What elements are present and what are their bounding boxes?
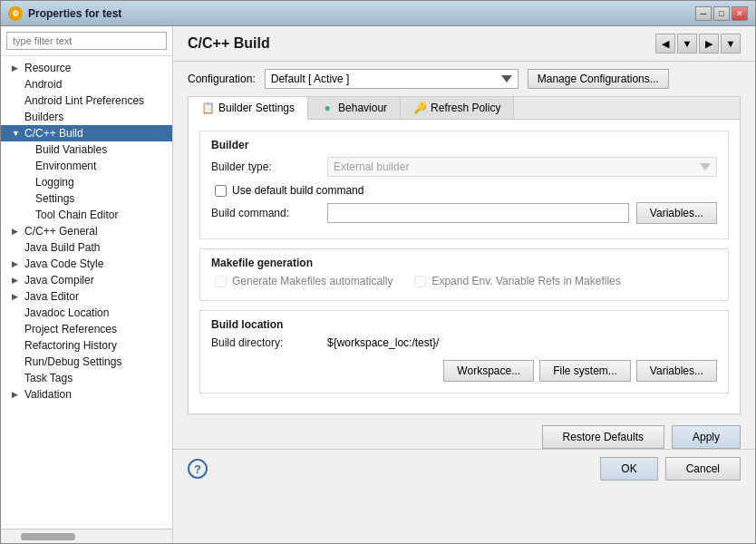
builder-section: Builder Builder type: External builder U… — [199, 131, 729, 239]
tree-area: ▶ResourceAndroidAndroid Lint Preferences… — [1, 56, 172, 529]
sidebar-item-label: Android — [24, 78, 62, 91]
expand-env-row: Expand Env. Variable Refs in Makefiles — [411, 275, 620, 287]
close-button[interactable]: ✕ — [732, 6, 748, 21]
tree-arrow: ▼ — [12, 129, 21, 138]
maximize-button[interactable]: □ — [713, 6, 730, 21]
sidebar-item-task-tags[interactable]: Task Tags — [1, 370, 172, 386]
help-button[interactable]: ? — [188, 459, 208, 479]
sidebar-item-label: Tool Chain Editor — [35, 209, 118, 221]
builder-type-row: Builder type: External builder — [211, 157, 717, 177]
sidebar-item-label: Resource — [24, 62, 71, 74]
tab-content: Builder Builder type: External builder U… — [189, 120, 740, 413]
nav-forward-button[interactable]: ▶ — [699, 34, 719, 53]
tab-refresh-policy-label: Refresh Policy — [431, 102, 500, 114]
sidebar-item-label: Validation — [24, 388, 72, 401]
action-row: Restore Defaults Apply — [173, 422, 755, 449]
use-default-cmd-checkbox[interactable] — [215, 185, 227, 197]
sidebar-item-cpp-general[interactable]: ▶C/C++ General — [1, 223, 172, 239]
sidebar-item-label: Task Tags — [24, 372, 73, 384]
search-box — [1, 26, 172, 56]
sidebar-item-settings[interactable]: Settings — [1, 190, 172, 207]
build-command-row: Build command: ${NDKROOT}/ndk-build.cmd … — [211, 202, 717, 224]
tab-behaviour[interactable]: ● Behaviour — [308, 97, 401, 119]
sidebar-item-environment[interactable]: Environment — [1, 158, 172, 174]
nav-back-button[interactable]: ◀ — [655, 34, 675, 53]
sidebar-item-label: Refactoring History — [24, 339, 117, 352]
sidebar-item-java-compiler[interactable]: ▶Java Compiler — [1, 272, 172, 288]
tree-arrow: ▶ — [12, 227, 21, 236]
sidebar-item-refactoring-history[interactable]: Refactoring History — [1, 337, 172, 354]
manage-configurations-button[interactable]: Manage Configurations... — [528, 69, 669, 89]
nav-arrows: ◀ ▼ ▶ ▼ — [655, 34, 741, 53]
apply-button[interactable]: Apply — [672, 425, 741, 449]
cancel-button[interactable]: Cancel — [665, 457, 741, 481]
build-command-input[interactable]: ${NDKROOT}/ndk-build.cmd — [327, 203, 629, 223]
behaviour-icon: ● — [321, 102, 334, 114]
title-bar-left: ⚙ Properties for test — [8, 6, 121, 21]
sidebar-item-resource[interactable]: ▶Resource — [1, 60, 172, 76]
workspace-button[interactable]: Workspace... — [443, 360, 534, 382]
sidebar-item-label: Java Editor — [24, 290, 79, 303]
builder-type-select[interactable]: External builder — [327, 157, 717, 177]
generate-makefiles-row: Generate Makefiles automatically — [211, 275, 393, 287]
tab-refresh-policy[interactable]: 🔑 Refresh Policy — [401, 97, 514, 119]
sidebar-scrollbar[interactable] — [1, 529, 172, 543]
sidebar-item-label: Build Variables — [35, 143, 107, 156]
sidebar-item-label: Logging — [35, 176, 74, 189]
sidebar-item-tool-chain-editor[interactable]: Tool Chain Editor — [1, 207, 172, 223]
window-icon: ⚙ — [8, 6, 23, 21]
tabs-area: 📋 Builder Settings ● Behaviour 🔑 Refresh… — [188, 96, 741, 414]
build-location-section: Build location Build directory: ${worksp… — [199, 310, 729, 393]
sidebar-item-label: Java Build Path — [24, 241, 100, 254]
main-panel: C/C++ Build ◀ ▼ ▶ ▼ Configuration: Defau… — [173, 26, 755, 543]
variables-button2[interactable]: Variables... — [636, 360, 717, 382]
config-select[interactable]: Default [ Active ] — [265, 69, 519, 89]
tree-arrow: ▶ — [12, 259, 21, 268]
variables-button[interactable]: Variables... — [636, 202, 717, 224]
nav-dropdown-button[interactable]: ▼ — [677, 34, 697, 53]
sidebar-item-android-lint[interactable]: Android Lint Preferences — [1, 92, 172, 109]
expand-env-checkbox[interactable] — [414, 276, 426, 287]
sidebar: ▶ResourceAndroidAndroid Lint Preferences… — [1, 26, 173, 543]
sidebar-item-cpp-build[interactable]: ▼C/C++ Build — [1, 125, 172, 141]
title-buttons: ─ □ ✕ — [695, 6, 748, 21]
generate-makefiles-checkbox[interactable] — [215, 276, 227, 287]
tree-arrow: ▶ — [12, 63, 21, 73]
makefile-section: Makefile generation Generate Makefiles a… — [199, 248, 729, 301]
sidebar-item-builders[interactable]: Builders — [1, 109, 172, 125]
sidebar-item-java-build-path[interactable]: Java Build Path — [1, 239, 172, 256]
sidebar-item-android[interactable]: Android — [1, 76, 172, 92]
sidebar-item-logging[interactable]: Logging — [1, 174, 172, 190]
sidebar-item-build-variables[interactable]: Build Variables — [1, 141, 172, 158]
refresh-policy-icon: 🔑 — [413, 102, 426, 114]
restore-defaults-button[interactable]: Restore Defaults — [542, 425, 664, 449]
sidebar-item-label: Javadoc Location — [24, 306, 109, 319]
tree-arrow: ▶ — [12, 390, 21, 399]
makefile-section-title: Makefile generation — [211, 257, 717, 269]
ok-button[interactable]: OK — [600, 457, 657, 481]
build-directory-label: Build directory: — [211, 336, 320, 349]
build-directory-row: Build directory: ${workspace_loc:/test}/ — [211, 336, 717, 349]
main-window: ⚙ Properties for test ─ □ ✕ ▶ResourceAnd… — [0, 0, 756, 544]
title-bar: ⚙ Properties for test ─ □ ✕ — [1, 1, 755, 26]
sidebar-item-java-code-style[interactable]: ▶Java Code Style — [1, 256, 172, 272]
tab-builder-settings-label: Builder Settings — [218, 102, 295, 114]
bottom-bar: ? OK Cancel — [173, 449, 755, 488]
sidebar-item-run-debug[interactable]: Run/Debug Settings — [1, 354, 172, 370]
search-input[interactable] — [6, 32, 167, 50]
filesystem-button[interactable]: File system... — [539, 360, 631, 382]
tab-builder-settings[interactable]: 📋 Builder Settings — [189, 97, 308, 120]
config-row: Configuration: Default [ Active ] Manage… — [173, 62, 755, 96]
minimize-button[interactable]: ─ — [695, 6, 712, 21]
sidebar-item-validation[interactable]: ▶Validation — [1, 386, 172, 403]
nav-menu-button[interactable]: ▼ — [721, 34, 741, 53]
builder-type-label: Builder type: — [211, 160, 320, 173]
tabs-header: 📋 Builder Settings ● Behaviour 🔑 Refresh… — [189, 97, 740, 120]
bottom-right-buttons: OK Cancel — [600, 457, 741, 481]
sidebar-item-label: C/C++ Build — [24, 127, 83, 140]
sidebar-item-javadoc-location[interactable]: Javadoc Location — [1, 305, 172, 321]
sidebar-item-project-references[interactable]: Project References — [1, 321, 172, 337]
sidebar-item-label: Environment — [35, 160, 96, 172]
config-label: Configuration: — [188, 73, 256, 85]
sidebar-item-java-editor[interactable]: ▶Java Editor — [1, 288, 172, 305]
